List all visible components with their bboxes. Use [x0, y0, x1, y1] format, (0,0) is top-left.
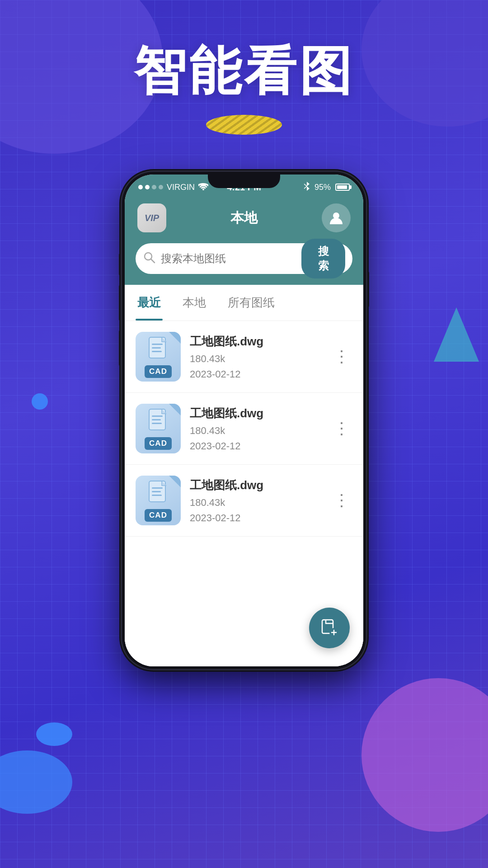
phone-frame: VIRGIN 4:21 PM 95% [122, 172, 366, 669]
tab-bar: 最近 本地 所有图纸 [125, 285, 363, 321]
file-badge: CAD [145, 437, 172, 450]
more-options-button[interactable]: ⋮ [330, 487, 352, 514]
svg-rect-13 [152, 491, 161, 492]
search-bar: 搜索 [136, 243, 352, 274]
file-corner [169, 476, 181, 487]
svg-rect-12 [152, 487, 163, 489]
file-info: 工地图纸.dwg 180.43k 2023-02-12 [190, 334, 321, 380]
file-corner [169, 332, 181, 344]
phone-screen: VIRGIN 4:21 PM 95% [125, 175, 363, 666]
battery-icon [335, 184, 350, 191]
svg-rect-6 [152, 351, 162, 352]
svg-rect-14 [152, 495, 162, 496]
signal-dot-3 [152, 185, 156, 189]
title-section: 智能看图 [0, 36, 488, 135]
file-name: 工地图纸.dwg [190, 334, 321, 349]
file-item[interactable]: CAD 工地图纸.dwg 180.43k 2023-02-12 ⋮ [125, 393, 363, 465]
title-badge [206, 115, 282, 135]
svg-rect-9 [152, 419, 161, 420]
tab-local[interactable]: 本地 [181, 285, 208, 321]
file-thumbnail: CAD [136, 404, 181, 453]
svg-rect-5 [152, 347, 161, 349]
status-left: VIRGIN [138, 182, 208, 193]
file-date: 2023-02-12 [190, 440, 321, 452]
file-thumbnail: CAD [136, 476, 181, 525]
file-date: 2023-02-12 [190, 368, 321, 380]
mute-button [119, 253, 122, 276]
vip-label: VIP [145, 213, 159, 223]
tab-recent[interactable]: 最近 [136, 285, 163, 321]
notch [208, 172, 280, 188]
vip-badge[interactable]: VIP [137, 203, 166, 232]
svg-rect-8 [152, 415, 163, 417]
fab-container [309, 608, 350, 648]
add-file-button[interactable] [309, 608, 350, 648]
signal-dot-4 [159, 185, 163, 189]
file-info: 工地图纸.dwg 180.43k 2023-02-12 [190, 477, 321, 524]
battery-fill [337, 185, 347, 189]
svg-rect-10 [152, 423, 162, 424]
app-title: 智能看图 [0, 36, 488, 107]
search-icon [143, 251, 155, 267]
status-right: 95% [304, 182, 350, 193]
file-info: 工地图纸.dwg 180.43k 2023-02-12 [190, 406, 321, 452]
file-doc-icon [148, 336, 168, 365]
volume-down-button [119, 330, 122, 366]
file-name: 工地图纸.dwg [190, 477, 321, 493]
content-area: 最近 本地 所有图纸 [125, 285, 363, 666]
phone-mockup: VIRGIN 4:21 PM 95% [122, 172, 366, 669]
more-options-button[interactable]: ⋮ [330, 415, 352, 442]
carrier-label: VIRGIN [167, 183, 195, 192]
tab-all[interactable]: 所有图纸 [226, 285, 277, 321]
file-corner [169, 404, 181, 415]
user-avatar[interactable] [322, 203, 351, 232]
more-options-button[interactable]: ⋮ [330, 344, 352, 370]
file-doc-icon [148, 408, 168, 437]
bluetooth-icon [304, 182, 310, 193]
search-button[interactable]: 搜索 [301, 239, 345, 278]
app-header: VIP 本地 [125, 200, 363, 236]
file-date: 2023-02-12 [190, 512, 321, 524]
svg-point-0 [333, 212, 339, 219]
file-size: 180.43k [190, 353, 321, 365]
page-title: 本地 [230, 209, 258, 227]
file-size: 180.43k [190, 425, 321, 437]
signal-dot-1 [138, 185, 143, 189]
file-size: 180.43k [190, 497, 321, 509]
svg-line-2 [151, 259, 155, 263]
file-name: 工地图纸.dwg [190, 406, 321, 421]
signal-dots [138, 185, 163, 189]
search-section: 搜索 [125, 236, 363, 285]
signal-dot-2 [145, 185, 150, 189]
power-button [366, 271, 369, 307]
file-item[interactable]: CAD 工地图纸.dwg 180.43k 2023-02-12 ⋮ [125, 465, 363, 537]
svg-rect-4 [152, 344, 163, 345]
file-item[interactable]: CAD 工地图纸.dwg 180.43k 2023-02-12 ⋮ [125, 321, 363, 393]
file-badge: CAD [145, 365, 172, 378]
volume-up-button [119, 285, 122, 321]
battery-percentage: 95% [314, 183, 331, 192]
search-input[interactable] [161, 252, 296, 265]
file-doc-icon [148, 480, 168, 509]
file-badge: CAD [145, 509, 172, 522]
wifi-icon [198, 182, 208, 193]
add-file-icon [319, 618, 339, 638]
file-thumbnail: CAD [136, 332, 181, 382]
